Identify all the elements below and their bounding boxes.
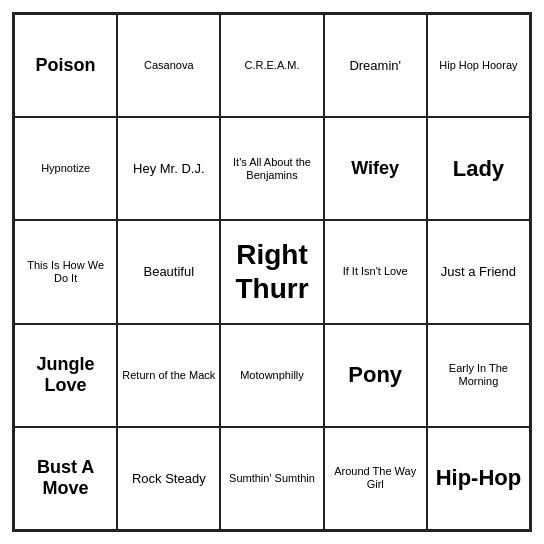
- bingo-cell-21: Rock Steady: [117, 427, 220, 530]
- bingo-cell-5: Hypnotize: [14, 117, 117, 220]
- bingo-cell-24: Hip-Hop: [427, 427, 530, 530]
- bingo-cell-20: Bust A Move: [14, 427, 117, 530]
- bingo-cell-19: Early In The Morning: [427, 324, 530, 427]
- bingo-cell-0: Poison: [14, 14, 117, 117]
- bingo-cell-17: Motownphilly: [220, 324, 323, 427]
- bingo-cell-18: Pony: [324, 324, 427, 427]
- bingo-cell-23: Around The Way Girl: [324, 427, 427, 530]
- bingo-cell-11: Beautiful: [117, 220, 220, 323]
- bingo-cell-2: C.R.E.A.M.: [220, 14, 323, 117]
- bingo-cell-4: Hip Hop Hooray: [427, 14, 530, 117]
- bingo-cell-14: Just a Friend: [427, 220, 530, 323]
- bingo-cell-1: Casanova: [117, 14, 220, 117]
- bingo-card: PoisonCasanovaC.R.E.A.M.Dreamin'Hip Hop …: [12, 12, 532, 532]
- bingo-cell-8: Wifey: [324, 117, 427, 220]
- bingo-cell-3: Dreamin': [324, 14, 427, 117]
- bingo-cell-10: This Is How We Do It: [14, 220, 117, 323]
- bingo-cell-16: Return of the Mack: [117, 324, 220, 427]
- bingo-cell-22: Sumthin' Sumthin: [220, 427, 323, 530]
- bingo-cell-9: Lady: [427, 117, 530, 220]
- bingo-cell-13: If It Isn't Love: [324, 220, 427, 323]
- bingo-cell-6: Hey Mr. D.J.: [117, 117, 220, 220]
- bingo-cell-12: Right Thurr: [220, 220, 323, 323]
- bingo-cell-7: It's All About the Benjamins: [220, 117, 323, 220]
- bingo-cell-15: Jungle Love: [14, 324, 117, 427]
